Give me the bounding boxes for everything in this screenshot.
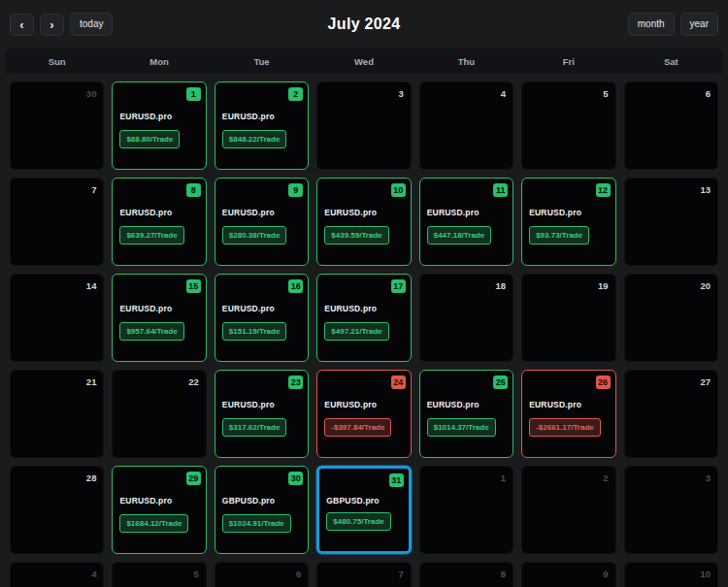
calendar-day-18[interactable]: 18 [419, 274, 513, 362]
calendar-day-25[interactable]: 25EURUSD.pro$1014.37/Trade [419, 370, 513, 458]
day-number-badge: 8 [501, 569, 506, 579]
trade-symbol: EURUSD.pro [222, 208, 301, 217]
calendar-day-2[interactable]: 2EURUSD.pro$848.22/Trade [215, 82, 309, 170]
calendar-day-9[interactable]: 9EURUSD.pro$280.38/Trade [215, 178, 309, 266]
calendar-day-8-outside[interactable]: 8 [419, 562, 513, 587]
calendar-day-3-outside[interactable]: 3 [624, 466, 718, 554]
trade-value-chip: -$397.84/Trade [324, 418, 391, 437]
weekday-mon: Mon [108, 56, 210, 67]
calendar-day-19[interactable]: 19 [521, 274, 615, 362]
calendar-day-6[interactable]: 6 [624, 82, 718, 170]
calendar-day-3[interactable]: 3 [316, 82, 411, 170]
calendar-day-10-outside[interactable]: 10 [624, 562, 718, 587]
calendar-day-6-outside[interactable]: 6 [215, 562, 309, 587]
next-month-button[interactable]: › [40, 14, 64, 36]
trade-symbol: EURUSD.pro [119, 496, 198, 505]
trade-symbol: EURUSD.pro [119, 304, 198, 313]
day-number-badge: 4 [91, 569, 96, 579]
calendar-day-9-outside[interactable]: 9 [521, 562, 615, 587]
calendar-day-13[interactable]: 13 [624, 178, 718, 266]
day-number-badge: 13 [700, 184, 711, 195]
calendar-day-1-outside[interactable]: 1 [419, 466, 513, 554]
calendar-day-17[interactable]: 17EURUSD.pro$497.21/Trade [316, 274, 411, 362]
day-number-badge: 24 [391, 375, 406, 389]
calendar-day-15[interactable]: 15EURUSD.pro$957.64/Trade [112, 274, 206, 362]
calendar-day-2-outside[interactable]: 2 [521, 466, 615, 554]
calendar-day-20[interactable]: 20 [624, 274, 718, 362]
trading-calendar-app: ‹ › today July 2024 month year Sun Mon T… [0, 0, 728, 587]
calendar-day-12[interactable]: 12EURUSD.pro$93.73/Trade [521, 178, 615, 266]
chevron-right-icon: › [50, 18, 53, 31]
day-number-badge: 26 [596, 375, 611, 389]
page-title: July 2024 [328, 16, 401, 33]
calendar-day-28[interactable]: 28 [10, 466, 104, 554]
day-number-badge: 5 [194, 569, 199, 579]
trade-symbol: EURUSD.pro [427, 400, 506, 409]
calendar-day-10[interactable]: 10EURUSD.pro$439.59/Trade [316, 178, 411, 266]
trade-value-chip: $93.73/Trade [529, 226, 589, 245]
day-number-badge: 6 [706, 88, 711, 99]
calendar-day-30-outside[interactable]: 30 [10, 82, 104, 170]
day-number-badge: 12 [596, 183, 611, 197]
day-number-badge: 16 [288, 279, 303, 293]
day-number-badge: 10 [391, 183, 406, 197]
calendar-day-14[interactable]: 14 [10, 274, 104, 362]
day-number-badge: 14 [86, 280, 97, 291]
day-number-badge: 15 [186, 279, 201, 293]
day-number-badge: 1 [501, 473, 506, 483]
day-number-badge: 5 [603, 88, 608, 99]
trade-symbol: GBPUSD.pro [222, 496, 301, 505]
trade-value-chip: $317.62/Trade [222, 418, 286, 437]
year-view-button[interactable]: year [680, 13, 718, 36]
calendar-day-5-outside[interactable]: 5 [112, 562, 206, 587]
view-switcher: month year [628, 13, 718, 36]
today-button[interactable]: today [70, 13, 113, 36]
trade-symbol: EURUSD.pro [222, 112, 301, 121]
calendar-day-24[interactable]: 24EURUSD.pro-$397.84/Trade [316, 370, 411, 458]
month-view-button[interactable]: month [628, 13, 675, 36]
day-number-badge: 30 [288, 472, 303, 485]
calendar-day-27[interactable]: 27 [624, 370, 718, 458]
day-number-badge: 7 [398, 569, 403, 579]
weekday-header-row: Sun Mon Tue Wed Thu Fri Sat [6, 49, 722, 74]
calendar-day-21[interactable]: 21 [10, 370, 104, 458]
calendar-day-22[interactable]: 22 [112, 370, 206, 458]
nav-controls: ‹ › today [10, 13, 113, 36]
prev-month-button[interactable]: ‹ [10, 14, 34, 36]
calendar-day-7-outside[interactable]: 7 [316, 562, 411, 587]
calendar-day-1[interactable]: 1EURUSD.pro$88.80/Trade [112, 82, 206, 170]
calendar-day-4-outside[interactable]: 4 [10, 562, 104, 587]
calendar-day-30[interactable]: 30GBPUSD.pro$1024.91/Trade [215, 466, 309, 554]
day-number-badge: 30 [86, 88, 97, 99]
day-number-badge: 2 [288, 87, 303, 101]
day-number-badge: 21 [86, 376, 97, 387]
calendar-day-29[interactable]: 29EURUSD.pro$1684.12/Trade [112, 466, 206, 554]
weekday-thu: Thu [415, 56, 517, 67]
trade-symbol: EURUSD.pro [427, 208, 506, 217]
calendar-day-23[interactable]: 23EURUSD.pro$317.62/Trade [215, 370, 309, 458]
calendar-day-8[interactable]: 8EURUSD.pro$639.27/Trade [112, 178, 206, 266]
calendar-day-7[interactable]: 7 [10, 178, 104, 266]
day-number-badge: 20 [700, 280, 711, 291]
day-number-badge: 10 [700, 569, 711, 579]
trade-value-chip: $88.80/Trade [119, 130, 180, 148]
trade-value-chip: $1014.37/Trade [427, 418, 496, 437]
trade-value-chip: $957.64/Trade [119, 322, 183, 341]
trade-value-chip: $639.27/Trade [119, 226, 183, 245]
trade-symbol: EURUSD.pro [222, 304, 301, 313]
calendar-header: ‹ › today July 2024 month year [0, 0, 728, 49]
calendar-day-5[interactable]: 5 [521, 82, 615, 170]
day-number-badge: 27 [700, 376, 711, 387]
day-number-badge: 9 [288, 183, 303, 197]
day-number-badge: 11 [493, 183, 508, 197]
day-number-badge: 8 [186, 183, 201, 197]
trade-value-chip: $1024.91/Trade [222, 514, 291, 533]
calendar-day-11[interactable]: 11EURUSD.pro$447.18/Trade [419, 178, 513, 266]
trade-value-chip: $151.19/Trade [222, 322, 286, 341]
trade-symbol: EURUSD.pro [529, 400, 608, 409]
calendar-day-16[interactable]: 16EURUSD.pro$151.19/Trade [215, 274, 309, 362]
day-number-badge: 7 [91, 184, 96, 195]
calendar-day-26[interactable]: 26EURUSD.pro-$2661.17/Trade [521, 370, 615, 458]
calendar-day-31[interactable]: 31GBPUSD.pro$480.75/Trade [316, 466, 411, 554]
calendar-day-4[interactable]: 4 [419, 82, 513, 170]
